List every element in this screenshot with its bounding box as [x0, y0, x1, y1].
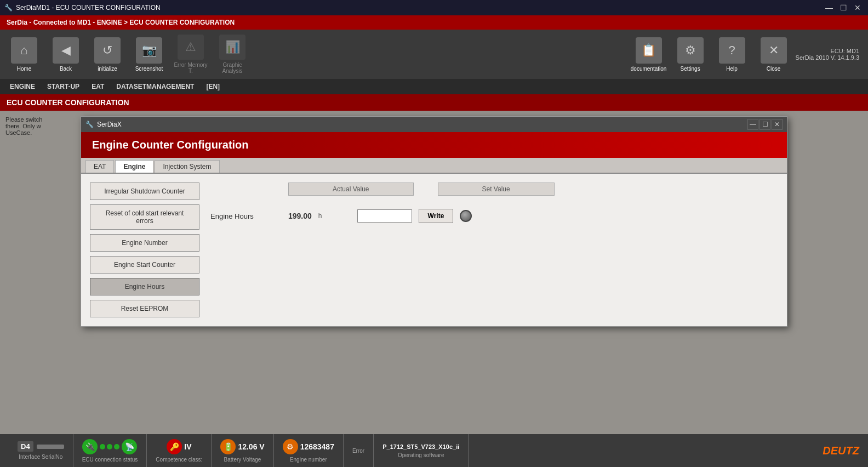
- help-button[interactable]: ? Help: [712, 32, 752, 76]
- modal-tabs[interactable]: EAT Engine Injection System: [81, 158, 787, 174]
- btn-engine-number[interactable]: Engine Number: [90, 234, 199, 252]
- title-bar: 🔧 SerDiaMD1 - ECU COUNTER CONFIGURATION …: [0, 0, 868, 15]
- competence-section: 🔑 IV Competence class:: [147, 434, 212, 467]
- app-icon: 🔧: [4, 4, 13, 12]
- engine-hours-value: 199.00: [288, 212, 312, 220]
- graphic-analysis-label: Graphic Analysis: [215, 62, 250, 74]
- window-controls[interactable]: — ☐ ✕: [823, 2, 864, 14]
- modal-close-button[interactable]: ✕: [772, 119, 783, 130]
- connection-status-bar: SerDia - Connected to MD1 - ENGINE > ECU…: [0, 15, 868, 30]
- serial-no-bar: [37, 445, 64, 449]
- home-icon: ⌂: [11, 37, 37, 64]
- btn-engine-start[interactable]: Engine Start Counter: [90, 256, 199, 274]
- engine-number-icons: ⚙ 12683487: [283, 439, 334, 454]
- ecu-info: ECU: MD1 SerDia 2010 V. 14.1.9.3: [796, 48, 859, 61]
- modal-title: SerDiaX: [97, 121, 122, 128]
- content-area: Actual Value Set Value Engine Hours 199.…: [199, 183, 778, 317]
- operating-software-label: Operating software: [398, 452, 444, 458]
- graphic-analysis-button: 📊 Graphic Analysis: [213, 32, 252, 76]
- title-left: 🔧 SerDiaMD1 - ECU COUNTER CONFIGURATION: [4, 4, 161, 12]
- menu-startup[interactable]: START-UP: [42, 81, 85, 93]
- modal-minimize-button[interactable]: —: [747, 119, 758, 130]
- tab-engine[interactable]: Engine: [115, 160, 153, 173]
- engine-hours-row: Engine Hours 199.00 h Write: [210, 209, 767, 223]
- engine-number-label: Engine number: [290, 457, 327, 463]
- modal-controls[interactable]: — ☐ ✕: [747, 119, 783, 130]
- ecu-heading-text: ECU COUNTER CONFIGURATION: [7, 98, 129, 107]
- battery-section: 🔋 12.06 V Battery Voltage: [212, 434, 273, 467]
- set-value-header: Set Value: [438, 183, 555, 196]
- error-memory-button: ⚠ Error Memory T.: [171, 32, 210, 76]
- connection-icon-2: 📡: [122, 439, 137, 454]
- competence-icon: 🔑: [167, 439, 182, 454]
- btn-engine-hours[interactable]: Engine Hours: [90, 278, 199, 295]
- engine-hours-unit: h: [318, 212, 322, 220]
- modal-window: 🔧 SerDiaX — ☐ ✕ Engine Counter Configura…: [81, 116, 787, 327]
- minimize-button[interactable]: —: [823, 2, 835, 14]
- operating-software-section: P_1712_ST5_V723_X10c_ii Operating softwa…: [374, 434, 469, 467]
- documentation-button[interactable]: 📋 documentation: [629, 32, 669, 76]
- close-button[interactable]: ✕: [852, 2, 864, 14]
- menu-en[interactable]: [EN]: [201, 81, 225, 93]
- sidebar-buttons: Irregular Shutdown Counter Reset of cold…: [90, 183, 199, 317]
- ecu-connection-label: ECU connection status: [82, 457, 138, 463]
- connection-icon-1: 🔌: [82, 439, 98, 454]
- settings-icon: ⚙: [677, 37, 704, 64]
- menu-eat[interactable]: EAT: [86, 81, 110, 93]
- menu-engine[interactable]: ENGINE: [4, 81, 41, 93]
- modal-maximize-button[interactable]: ☐: [760, 119, 770, 130]
- engine-number-value: 12683487: [300, 442, 334, 451]
- screenshot-label: Screenshot: [135, 66, 163, 72]
- connection-text: SerDia - Connected to MD1 - ENGINE > ECU…: [7, 19, 235, 26]
- initialize-button[interactable]: ↺ initialize: [88, 32, 127, 76]
- error-label: Error: [352, 448, 364, 454]
- menu-datasetmanagement[interactable]: DATASETMANAGEMENT: [111, 81, 199, 93]
- modal-title-left: 🔧 SerDiaX: [85, 121, 122, 128]
- battery-icon: 🔋: [220, 439, 236, 454]
- tab-injection-system[interactable]: Injection System: [155, 160, 219, 173]
- menu-bar: ENGINE START-UP EAT DATASETMANAGEMENT [E…: [0, 79, 868, 94]
- documentation-icon: 📋: [636, 37, 662, 64]
- content-header-row: Actual Value Set Value: [210, 183, 767, 200]
- competence-label: Competence class:: [156, 457, 202, 463]
- maximize-button[interactable]: ☐: [837, 2, 849, 14]
- set-value-input[interactable]: [357, 209, 412, 223]
- app-title: SerDiaMD1 - ECU COUNTER CONFIGURATION: [16, 4, 161, 12]
- write-button[interactable]: Write: [419, 209, 454, 223]
- close-toolbar-label: Close: [767, 66, 781, 72]
- btn-irregular-shutdown[interactable]: Irregular Shutdown Counter: [90, 183, 199, 200]
- modal-body: Irregular Shutdown Counter Reset of cold…: [81, 174, 787, 326]
- error-section: Error: [344, 434, 374, 467]
- help-icon: ?: [719, 37, 745, 64]
- screenshot-icon: 📷: [136, 37, 162, 64]
- actual-value-header: Actual Value: [288, 183, 414, 196]
- screenshot-button[interactable]: 📷 Screenshot: [129, 32, 169, 76]
- settings-label: Settings: [681, 66, 700, 72]
- ecu-connection-section: 🔌 📡 ECU connection status: [73, 434, 147, 467]
- btn-reset-cold-start[interactable]: Reset of cold start relevant errors: [90, 204, 199, 230]
- battery-label: Battery Voltage: [224, 457, 261, 463]
- initialize-icon: ↺: [94, 37, 121, 64]
- competence-value: IV: [184, 442, 191, 451]
- ecu-heading-bar: ECU COUNTER CONFIGURATION: [0, 94, 868, 111]
- close-toolbar-button[interactable]: ✕ Close: [754, 32, 793, 76]
- serial-no-value: D4: [18, 441, 33, 452]
- error-memory-label: Error Memory T.: [173, 62, 208, 74]
- modal-titlebar: 🔧 SerDiaX — ☐ ✕: [81, 117, 787, 132]
- modal-header-title: Engine Counter Configuration: [92, 139, 249, 151]
- main-content: Please switch there. Only w UseCase. 🔧 S…: [0, 111, 868, 434]
- btn-reset-eeprom[interactable]: Reset EEPROM: [90, 300, 199, 317]
- serial-no-label: Interface SerialNo: [19, 454, 62, 460]
- tab-eat[interactable]: EAT: [85, 160, 114, 173]
- home-button[interactable]: ⌂ Home: [4, 32, 44, 76]
- bottom-status-bar: D4 Interface SerialNo 🔌 📡 ECU connection…: [0, 434, 868, 467]
- back-button[interactable]: ◀ Back: [46, 32, 85, 76]
- error-memory-icon: ⚠: [178, 35, 204, 60]
- battery-value: 12.06 V: [238, 442, 264, 451]
- back-icon: ◀: [53, 37, 79, 64]
- modal-overlay: 🔧 SerDiaX — ☐ ✕ Engine Counter Configura…: [0, 111, 868, 434]
- graphic-analysis-icon: 📊: [219, 35, 245, 60]
- operating-software-value: P_1712_ST5_V723_X10c_ii: [382, 443, 459, 450]
- settings-button[interactable]: ⚙ Settings: [671, 32, 710, 76]
- battery-icons: 🔋 12.06 V: [220, 439, 264, 454]
